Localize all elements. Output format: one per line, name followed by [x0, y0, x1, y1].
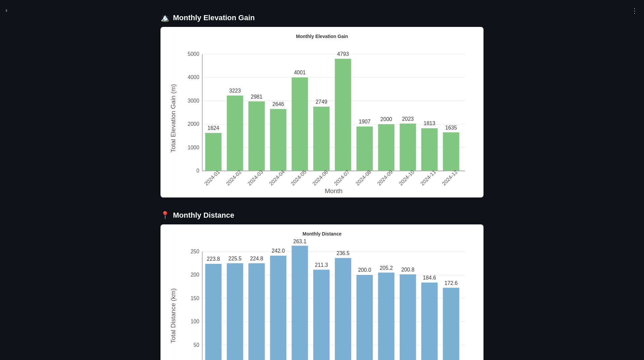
svg-text:200.8: 200.8: [401, 267, 415, 273]
elevation-chart-title: Monthly Elevation Gain: [167, 34, 477, 39]
elevation-icon: 🏔️: [160, 13, 170, 22]
svg-text:263.1: 263.1: [293, 239, 307, 245]
svg-text:2749: 2749: [316, 99, 327, 105]
bar-dist-2024-12: [443, 288, 459, 360]
svg-text:2981: 2981: [251, 94, 262, 100]
svg-text:200.0: 200.0: [358, 267, 371, 273]
svg-text:250: 250: [190, 249, 199, 254]
svg-text:1907: 1907: [359, 119, 370, 124]
bar-2024-09: [378, 124, 395, 171]
svg-text:3000: 3000: [188, 98, 200, 104]
bar-dist-2024-08: [356, 275, 373, 360]
bar-dist-2024-11: [421, 283, 438, 360]
main-content: 🏔️ Monthly Elevation Gain Monthly Elevat…: [154, 0, 490, 360]
svg-text:2024-08: 2024-08: [355, 169, 372, 187]
bar-2024-01: [205, 133, 222, 171]
distance-section-title: 📍 Monthly Distance: [160, 211, 484, 220]
svg-text:2024-03: 2024-03: [246, 169, 264, 187]
bar-2024-08: [356, 127, 373, 171]
elevation-section-title: 🏔️ Monthly Elevation Gain: [160, 13, 484, 22]
elevation-chart-svg: 0 1000 2000 3000 4000 5000 Total Elevati…: [167, 42, 477, 194]
bar-2024-03: [248, 101, 265, 171]
svg-text:172.6: 172.6: [444, 280, 458, 286]
bar-dist-2024-01: [205, 264, 222, 360]
bar-dist-2024-09: [378, 273, 395, 360]
svg-text:2024-05: 2024-05: [290, 169, 308, 187]
bar-2024-12: [443, 132, 459, 171]
svg-text:2024-06: 2024-06: [311, 169, 329, 187]
svg-text:5000: 5000: [188, 51, 200, 57]
bar-2024-04: [270, 109, 287, 171]
svg-text:205.2: 205.2: [380, 265, 393, 271]
svg-text:2024-04: 2024-04: [268, 169, 286, 187]
svg-text:224.8: 224.8: [250, 256, 263, 261]
svg-text:1624: 1624: [208, 125, 219, 131]
menu-dots-button[interactable]: ⋮: [631, 7, 639, 15]
svg-text:223.8: 223.8: [207, 256, 220, 262]
sidebar-toggle-button[interactable]: ›: [5, 7, 7, 14]
svg-text:2646: 2646: [272, 101, 284, 107]
svg-text:225.5: 225.5: [228, 256, 242, 261]
bar-dist-2024-04: [270, 256, 287, 360]
bar-dist-2024-10: [400, 275, 416, 360]
bar-dist-2024-03: [248, 263, 265, 360]
svg-text:2024-09: 2024-09: [376, 169, 394, 187]
svg-text:211.3: 211.3: [315, 262, 328, 268]
svg-text:2024-07: 2024-07: [333, 169, 351, 187]
distance-section: 📍 Monthly Distance Monthly Distance 0: [160, 211, 484, 360]
svg-text:150: 150: [190, 295, 199, 301]
elevation-chart-area: 0 1000 2000 3000 4000 5000 Total Elevati…: [167, 42, 477, 194]
svg-text:100: 100: [190, 319, 199, 325]
bar-2024-10: [400, 123, 416, 171]
svg-text:2024-10: 2024-10: [398, 169, 416, 187]
svg-text:242.0: 242.0: [272, 248, 285, 254]
svg-text:1813: 1813: [424, 120, 435, 126]
svg-text:Month: Month: [325, 187, 343, 194]
svg-text:2024-02: 2024-02: [225, 169, 243, 187]
bar-dist-2024-07: [335, 258, 351, 360]
bar-2024-05: [292, 77, 308, 171]
distance-chart-container: Monthly Distance 0 50 100 150: [160, 224, 484, 360]
svg-text:1000: 1000: [188, 145, 200, 150]
svg-text:3223: 3223: [229, 88, 241, 94]
svg-text:Total Elevation Gain (m): Total Elevation Gain (m): [170, 84, 177, 153]
svg-text:236.5: 236.5: [336, 250, 350, 256]
svg-text:50: 50: [193, 342, 200, 348]
svg-text:184.6: 184.6: [423, 275, 436, 281]
distance-chart-area: 0 50 100 150 200 250 Total Distance (km)…: [167, 240, 477, 360]
bar-2024-06: [313, 107, 330, 171]
svg-text:Total Distance (km): Total Distance (km): [170, 288, 177, 343]
svg-text:2024-12: 2024-12: [441, 169, 459, 187]
distance-chart-title: Monthly Distance: [167, 231, 477, 237]
bar-dist-2024-05: [292, 246, 308, 360]
svg-text:4793: 4793: [337, 51, 349, 57]
svg-text:4000: 4000: [188, 74, 200, 80]
elevation-section: 🏔️ Monthly Elevation Gain Monthly Elevat…: [160, 13, 484, 197]
svg-text:2024-11: 2024-11: [419, 169, 437, 187]
svg-text:200: 200: [190, 272, 199, 278]
svg-text:2023: 2023: [402, 116, 414, 122]
bar-2024-11: [421, 128, 438, 171]
distance-chart-svg: 0 50 100 150 200 250 Total Distance (km)…: [167, 240, 477, 360]
svg-text:4001: 4001: [294, 70, 306, 75]
bar-dist-2024-02: [227, 263, 243, 360]
svg-text:2000: 2000: [381, 116, 392, 122]
svg-text:0: 0: [196, 168, 200, 174]
bar-2024-07: [335, 59, 351, 171]
svg-text:1635: 1635: [445, 125, 457, 131]
elevation-chart-container: Monthly Elevation Gain 0 1000 2000 3000 …: [160, 27, 484, 197]
svg-text:2000: 2000: [188, 121, 200, 127]
distance-icon: 📍: [160, 211, 170, 220]
svg-text:2024-01: 2024-01: [203, 169, 221, 187]
bar-2024-02: [227, 96, 243, 171]
bar-dist-2024-06: [313, 270, 330, 360]
